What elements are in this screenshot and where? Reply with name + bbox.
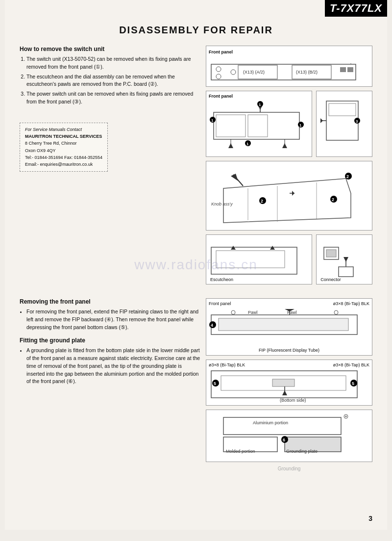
svg-text:1: 1 (259, 103, 261, 107)
svg-text:(Bottom side): (Bottom side) (280, 398, 306, 403)
main-diagrams-row: Front panel 1 (206, 91, 372, 157)
front-panel-svg: 1 1 1 1 (209, 100, 304, 154)
svg-point-66 (334, 310, 338, 314)
step2: The escutcheon and the dial assembly can… (26, 73, 201, 89)
section2-diagrams: Front panel ø3×8 (Bi-Tap) BLK Pawl Pawl … (206, 298, 372, 474)
svg-text:Pawl: Pawl (248, 310, 258, 315)
service-tel: Tel:- 01844-351694 Fax: 01844-352554 (25, 154, 102, 161)
fitting-ground-plate: Fitting the ground plate A grounding pla… (20, 337, 201, 386)
side-diagram: 3 (316, 91, 372, 157)
page-title: DISASSEMBLY FOR REPAIR (20, 25, 372, 36)
fp-label: Front panel (209, 94, 309, 99)
section1-diagrams: Front panel (X13) (A/2) (X13) (B/2) (206, 46, 372, 288)
svg-marker-50 (231, 246, 236, 250)
grounding-label: Grounding (206, 466, 372, 471)
svg-text:6: 6 (283, 438, 285, 442)
bottom-svg: (Bottom side) 5 5 (209, 368, 361, 403)
svg-text:(X13) (A/2): (X13) (A/2) (243, 70, 265, 75)
svg-text:Aluminium portion: Aluminium portion (253, 420, 288, 425)
svg-rect-13 (248, 115, 268, 137)
svg-rect-5 (340, 67, 346, 72)
section2-heading1: Removing the front panel (20, 298, 201, 305)
connector-diagram: Front panel (X13) (A/2) (X13) (B/2) (206, 46, 372, 87)
service-email: Email:- enquiries@mauritron.co.uk (25, 161, 102, 168)
svg-text:2: 2 (346, 174, 349, 179)
escutcheon-svg (209, 245, 299, 282)
svg-point-7 (216, 67, 221, 72)
section2-list2: A grounding plate is fitted from the bot… (20, 347, 201, 386)
bottom-diagram: ø3×8 (Bi-Tap) BLK ø3×8 (Bi-Tap) BLK (Bot… (206, 360, 372, 406)
logo-badge: T-7X77LX (325, 0, 387, 17)
svg-text:5: 5 (214, 381, 216, 386)
screw-label2: ø3×8 (Bi-Tap) BLK (209, 362, 245, 367)
svg-text:Grounding plate: Grounding plate (286, 449, 318, 454)
grounding-diagram: Aluminium portion Molded portion Groundi… (206, 410, 372, 462)
front-panel-label2: Front panel (209, 301, 231, 306)
svg-rect-56 (339, 267, 353, 277)
svg-rect-49 (216, 251, 285, 268)
connector-label: Connector (320, 277, 341, 282)
svg-text:Knob ass'y: Knob ass'y (211, 202, 233, 206)
section1-body: The switch unit (X13-5070-52) can be rem… (20, 55, 201, 106)
knob-diagram: 2 2 2 Knob ass'y (206, 161, 372, 231)
svg-text:2: 2 (261, 199, 263, 204)
svg-text:1: 1 (246, 142, 249, 146)
section2-heading2: Fitting the ground plate (20, 337, 201, 344)
fip-svg: Pawl Pawl 4 (209, 308, 361, 347)
svg-rect-12 (216, 115, 245, 137)
fip-label: FIP (Fluorescent Display Tube) (209, 348, 369, 353)
section1-heading: How to remove the switch unit (20, 46, 201, 52)
svg-text:1: 1 (299, 123, 302, 128)
svg-rect-29 (329, 103, 356, 116)
svg-text:4: 4 (211, 323, 213, 328)
service-address2: Oxon OX9 4QY (25, 147, 102, 154)
section2-bullet2: A grounding plate is fitted from the bot… (26, 347, 201, 386)
section2-bullet1: For removing the front panel, extend the… (26, 308, 201, 331)
connector-diagram-2: Connector (316, 234, 372, 284)
fip-diagram: Front panel ø3×8 (Bi-Tap) BLK Pawl Pawl … (206, 298, 372, 356)
svg-marker-37 (231, 174, 238, 181)
svg-point-8 (216, 74, 221, 79)
service-info-box: For Service Manuals Contact MAURITRON TE… (20, 123, 108, 172)
screw-label3: ø3×8 (Bi-Tap) BLK (333, 362, 369, 367)
escutcheon-connector-row: Escutcheon Connector (206, 234, 372, 284)
section1-text: How to remove the switch unit The switch… (20, 46, 201, 288)
svg-text:1: 1 (211, 118, 214, 123)
step1: The switch unit (X13-5070-52) can be rem… (26, 55, 201, 71)
connector-svg: (X13) (A/2) (X13) (B/2) (209, 54, 361, 84)
svg-rect-11 (214, 112, 299, 139)
grounding-svg: Aluminium portion Molded portion Groundi… (209, 412, 361, 459)
service-intro: For Service Manuals Contact (25, 126, 102, 133)
svg-rect-6 (347, 67, 353, 72)
svg-text:3: 3 (356, 119, 358, 124)
svg-line-38 (233, 175, 243, 186)
screw-label1: ø3×8 (Bi-Tap) BLK (333, 301, 369, 306)
front-panel-diagram: Front panel 1 (206, 91, 312, 157)
svg-rect-0 (211, 64, 356, 80)
page-number: 3 (368, 515, 372, 522)
escutcheon-label: Escutcheon (210, 277, 233, 282)
page: T-7X77LX DISASSEMBLY FOR REPAIR How to r… (5, 0, 387, 530)
svg-rect-58 (219, 318, 348, 331)
removing-front-panel: Removing the front panel For removing th… (20, 298, 201, 331)
svg-rect-48 (211, 247, 297, 274)
section2-text: Removing the front panel For removing th… (20, 298, 201, 474)
svg-point-65 (231, 310, 235, 314)
front-panel-label: Front panel (209, 50, 233, 54)
escutcheon-diagram: Escutcheon (206, 234, 312, 284)
svg-rect-53 (326, 250, 336, 257)
svg-text:5: 5 (352, 381, 354, 386)
svg-rect-28 (326, 101, 358, 140)
svg-text:Molded portion: Molded portion (226, 449, 255, 454)
svg-point-9 (231, 70, 236, 75)
service-company: MAURITRON TECHNICAL SERVICES (25, 133, 102, 140)
section2-list1: For removing the front panel, extend the… (20, 308, 201, 331)
svg-text:2: 2 (332, 197, 334, 202)
svg-rect-69 (272, 379, 294, 386)
step3: The power switch unit can be removed whe… (26, 90, 201, 106)
service-address1: 8 Cherry Tree Rd, Chinnor (25, 140, 102, 147)
connector-svg2 (319, 245, 363, 282)
section2: Removing the front panel For removing th… (20, 298, 372, 474)
side-svg: 3 (319, 94, 366, 148)
svg-marker-51 (270, 246, 275, 250)
